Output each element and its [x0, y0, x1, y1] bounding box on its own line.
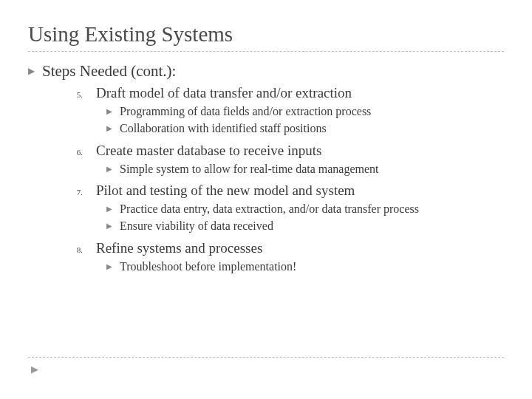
step-title: Pilot and testing of the new model and s…	[96, 183, 355, 199]
sub-text: Ensure viability of data received	[120, 219, 273, 234]
step-title: Create master database to receive inputs	[96, 143, 321, 159]
title-divider	[28, 51, 504, 52]
step-number: 7.	[62, 188, 83, 197]
step-item: 7. Pilot and testing of the new model an…	[62, 183, 504, 234]
triangle-bullet-icon: ▶	[106, 107, 112, 115]
triangle-bullet-icon: ▶	[31, 364, 38, 375]
sub-item: ▶ Troubleshoot before implementation!	[106, 259, 504, 275]
triangle-bullet-icon: ▶	[106, 222, 112, 230]
section-header: ▶ Steps Needed (cont.):	[28, 62, 504, 81]
steps-list: 5. Draft model of data transfer and/or e…	[62, 85, 504, 275]
triangle-bullet-icon: ▶	[106, 165, 112, 173]
sub-item: ▶ Practice data entry, data extraction, …	[106, 202, 504, 217]
sub-item: ▶ Simple system to allow for real-time d…	[106, 162, 504, 177]
step-title: Draft model of data transfer and/or extr…	[96, 85, 352, 101]
step-title: Refine systems and processes	[96, 240, 262, 256]
sub-item: ▶ Collaboration with identified staff po…	[106, 121, 504, 137]
sub-list: ▶ Troubleshoot before implementation!	[106, 259, 504, 275]
step-item: 5. Draft model of data transfer and/or e…	[62, 85, 504, 137]
step-number: 5.	[62, 90, 83, 99]
step-number: 8.	[62, 245, 83, 254]
sub-text: Practice data entry, data extraction, an…	[120, 202, 419, 217]
triangle-bullet-icon: ▶	[106, 205, 112, 213]
sub-text: Collaboration with identified staff posi…	[120, 121, 327, 137]
sub-list: ▶ Simple system to allow for real-time d…	[106, 162, 504, 177]
step-number: 6.	[62, 148, 83, 157]
step-header: 5. Draft model of data transfer and/or e…	[62, 85, 504, 101]
sub-list: ▶ Programming of data fields and/or extr…	[106, 104, 504, 137]
sub-item: ▶ Ensure viability of data received	[106, 219, 504, 234]
step-header: 6. Create master database to receive inp…	[62, 143, 504, 159]
footer-divider	[28, 357, 504, 358]
sub-text: Simple system to allow for real-time dat…	[120, 162, 379, 177]
sub-list: ▶ Practice data entry, data extraction, …	[106, 202, 504, 234]
triangle-bullet-icon: ▶	[28, 66, 35, 77]
sub-text: Troubleshoot before implementation!	[120, 259, 296, 275]
step-header: 8. Refine systems and processes	[62, 240, 504, 256]
sub-text: Programming of data fields and/or extrac…	[120, 104, 371, 120]
triangle-bullet-icon: ▶	[106, 262, 112, 270]
slide-title: Using Existing Systems	[28, 22, 504, 47]
step-header: 7. Pilot and testing of the new model an…	[62, 183, 504, 199]
sub-item: ▶ Programming of data fields and/or extr…	[106, 104, 504, 120]
step-item: 6. Create master database to receive inp…	[62, 143, 504, 177]
slide-footer: ▶	[28, 357, 504, 375]
triangle-bullet-icon: ▶	[106, 124, 112, 132]
section-title: Steps Needed (cont.):	[42, 62, 176, 81]
step-item: 8. Refine systems and processes ▶ Troubl…	[62, 240, 504, 275]
